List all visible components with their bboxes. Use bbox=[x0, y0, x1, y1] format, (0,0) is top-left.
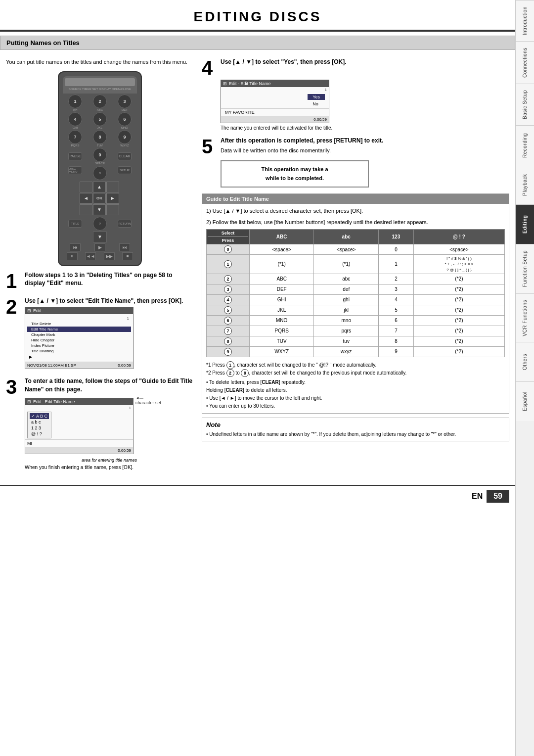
row-num-6: 6 bbox=[379, 315, 414, 326]
screen-icon: ⊞ bbox=[27, 308, 31, 313]
step-4-header: 4 Use [▲ / ▼] to select "Yes", then pres… bbox=[202, 58, 509, 78]
step-2-screen-body: 1 Title Delete Edit Title Name Chapter M… bbox=[25, 314, 133, 362]
row-sym-5: (*2) bbox=[413, 305, 504, 315]
no-option: No bbox=[308, 101, 325, 107]
sidebar-tab-playback[interactable]: Playback bbox=[516, 165, 534, 204]
step-5-warning-container: This operation may take a while to be co… bbox=[221, 160, 509, 188]
note-title: Note bbox=[206, 421, 505, 428]
row-num-7: 7 bbox=[379, 326, 414, 336]
row-abc-lower-0: <space> bbox=[314, 244, 379, 255]
screen-menu-edit-title: Edit Title Name bbox=[27, 327, 131, 332]
page-footer: EN 59 bbox=[0, 485, 515, 507]
step-1-number: 1 bbox=[6, 271, 21, 291]
step-5-header: 5 After this operation is completed, pre… bbox=[202, 137, 509, 156]
step-2: 2 Use [▲ / ▼] to select "Edit Title Name… bbox=[6, 297, 194, 372]
step-4-title: Use [▲ / ▼] to select "Yes", then press … bbox=[221, 58, 347, 66]
section-header: Putting Names on Titles bbox=[0, 36, 515, 50]
step-4-yes-no: Yes No bbox=[221, 93, 329, 108]
footnotes: *1 Press 1, character set will be change… bbox=[206, 361, 505, 410]
page-title: EDITING DISCS bbox=[0, 0, 515, 31]
row-abc-6: MNO bbox=[249, 315, 314, 326]
sidebar-tab-editing[interactable]: Editing bbox=[516, 204, 534, 244]
sidebar-tab-others[interactable]: Others bbox=[516, 342, 534, 381]
screen-icon-3: ⊞ bbox=[223, 81, 227, 86]
row-abc-lower-9: wxyz bbox=[314, 346, 379, 357]
step-4-activated-text: The name you entered will be activated f… bbox=[221, 125, 509, 131]
sidebar-tab-recording[interactable]: Recording bbox=[516, 125, 534, 165]
row-abc-2: ABC bbox=[249, 274, 314, 284]
row-abc-lower-3: def bbox=[314, 284, 379, 294]
row-sym-1: ! " # $ % & ' ( )* + , - . / : ; < = >? … bbox=[413, 255, 504, 274]
guide-header: Guide to Edit Title Name bbox=[202, 194, 509, 204]
intro-text: You can put title names on the titles an… bbox=[6, 58, 194, 66]
row-key-4: 4 bbox=[207, 294, 250, 305]
yes-option: Yes bbox=[308, 94, 325, 100]
row-sym-2: (*2) bbox=[413, 274, 504, 284]
en-label: EN bbox=[472, 492, 483, 501]
right-column: 4 Use [▲ / ▼] to select "Yes", then pres… bbox=[202, 58, 509, 476]
footnote-1: *1 Press 1, character set will be change… bbox=[206, 361, 505, 369]
guide-item-1: 1) Use [▲ / ▼] to select a desired chara… bbox=[206, 207, 505, 215]
yes-no-options: Yes No bbox=[308, 94, 325, 107]
row-abc-7: PQRS bbox=[249, 326, 314, 336]
row-num-9: 9 bbox=[379, 346, 414, 357]
step-4-content: Use [▲ / ▼] to select "Yes", then press … bbox=[221, 58, 347, 66]
left-column: You can put title names on the titles an… bbox=[6, 58, 194, 476]
row-abc-lower-5: jkl bbox=[314, 305, 379, 315]
screen-icon-2: ⊞ bbox=[27, 399, 31, 404]
step-2-number: 2 bbox=[6, 297, 21, 317]
row-key-9: 9 bbox=[207, 346, 250, 357]
row-sym-3: (*2) bbox=[413, 284, 504, 294]
step-5-number: 5 bbox=[202, 137, 217, 156]
guide-body: 1) Use [▲ / ▼] to select a desired chara… bbox=[202, 204, 509, 413]
step-3-char-area: ✓ A B C a b c 1 2 3 @ ! ? bbox=[25, 411, 133, 439]
screen-menu-title-delete: Title Delete bbox=[27, 321, 131, 327]
sidebar-tab-vcr-functions[interactable]: VCR Functions bbox=[516, 293, 534, 342]
row-num-2: 2 bbox=[379, 274, 414, 284]
step-3-screen-title: ⊞ Edit - Edit Title Name bbox=[25, 398, 133, 405]
step-2-screen-footer: NOV/21/08 11:00AM E1 SP 0:00:59 bbox=[25, 362, 133, 369]
step-4-screen: ⊞ Edit - Edit Title Name 1 Yes No bbox=[221, 80, 329, 123]
table-row: 4 GHI ghi 4 (*2) bbox=[207, 294, 505, 305]
remote-image: SOURCE TIMER SET DISPLAY OPEN/CLOSE 1 @/… bbox=[6, 71, 194, 266]
step-5-content: After this operation is completed, press… bbox=[221, 137, 383, 154]
step-3-screen-footer: 0:00:59 bbox=[25, 447, 133, 454]
col-header-123: 123 bbox=[379, 230, 414, 244]
step-2-title: Use [▲ / ▼] to select "Edit Title Name",… bbox=[25, 297, 194, 305]
sidebar-tab-basic-setup[interactable]: Basic Setup bbox=[516, 84, 534, 125]
row-key-0: 0 bbox=[207, 244, 250, 255]
table-row: 2 ABC abc 2 (*2) bbox=[207, 274, 505, 284]
row-key-1: 1 bbox=[207, 255, 250, 274]
sidebar-tab-espanol[interactable]: Español bbox=[516, 381, 534, 421]
row-sym-6: (*2) bbox=[413, 315, 504, 326]
screen-menu-hide-chapter: Hide Chapter bbox=[27, 337, 131, 343]
row-sym-9: (*2) bbox=[413, 346, 504, 357]
step-4-name-display: MY FAVORITE bbox=[221, 108, 329, 116]
sidebar-tab-connections[interactable]: Connections bbox=[516, 41, 534, 84]
row-key-2: 2 bbox=[207, 274, 250, 284]
sidebar-tab-introduction[interactable]: Introduction bbox=[516, 0, 534, 41]
row-abc-lower-2: abc bbox=[314, 274, 379, 284]
step-2-screen: ⊞ Edit 1 Title Delete Edit Title Name Ch… bbox=[25, 307, 134, 369]
step-4-screen-footer: 0:00:59 bbox=[221, 116, 329, 123]
screen-menu-title-dividing: Title Dividing bbox=[27, 348, 131, 354]
step-4: 4 Use [▲ / ▼] to select "Yes", then pres… bbox=[202, 58, 509, 131]
step-2-screen-title: ⊞ Edit bbox=[25, 307, 133, 314]
warning-line1: This operation may take a bbox=[261, 166, 328, 172]
step-3-screen: ⊞ Edit - Edit Title Name 1 ✓ A B C a bbox=[25, 398, 134, 454]
row-sym-0: <space> bbox=[413, 244, 504, 255]
sidebar-tab-function-setup[interactable]: Function Setup bbox=[516, 244, 534, 293]
bullet-1: • To delete letters, press [CLEAR] repea… bbox=[206, 378, 505, 386]
row-key-7: 7 bbox=[207, 326, 250, 336]
row-abc-4: GHI bbox=[249, 294, 314, 305]
step-3-number: 3 bbox=[6, 377, 21, 397]
row-sym-4: (*2) bbox=[413, 294, 504, 305]
char-table: Select Press ABC abc 123 @ ! ? bbox=[206, 229, 505, 357]
row-abc-1: (*1) bbox=[249, 255, 314, 274]
row-abc-lower-6: mno bbox=[314, 315, 379, 326]
char-set-annotation: ◄— character set bbox=[135, 396, 161, 405]
step-3-screen-area: ⊞ Edit - Edit Title Name 1 ✓ A B C a bbox=[25, 396, 194, 456]
step-4-number: 4 bbox=[202, 58, 217, 78]
step-5-sub: Data will be written onto the disc momen… bbox=[221, 146, 383, 155]
step-4-screen-container: ⊞ Edit - Edit Title Name 1 Yes No bbox=[221, 80, 509, 131]
